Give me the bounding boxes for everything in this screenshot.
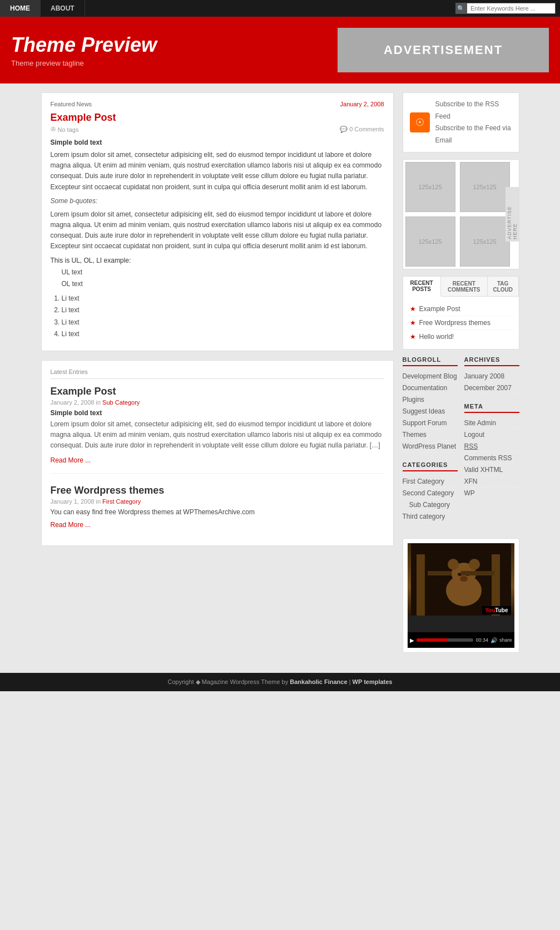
list-item: Li text xyxy=(62,304,384,317)
ad-box-1[interactable]: 125x125 xyxy=(405,162,455,212)
rss-email-link[interactable]: Subscribe to the Feed via Email xyxy=(435,124,511,144)
yt-progress-fill xyxy=(417,638,448,642)
latest-entries-label: Latest Entries xyxy=(51,368,384,379)
meta-link-7[interactable]: WP xyxy=(464,488,519,499)
yt-bear-image xyxy=(408,543,514,616)
comment-icon: 💬 xyxy=(340,126,348,132)
list-item: Li text xyxy=(62,328,384,341)
post-body-2: Lorem ipsum dolor sit amet, consectetur … xyxy=(51,209,384,252)
rss-feed-link[interactable]: Subscribe to the RSS Feed xyxy=(435,100,499,120)
sidebar-left-col: BLOGROLL Development Blog Documentation … xyxy=(403,356,458,532)
recent-post-item-1: ★ Example Post xyxy=(410,302,512,316)
site-footer: Copyright ◆ Magazine Wordpress Theme by … xyxy=(0,673,560,691)
svg-point-6 xyxy=(469,559,480,570)
yt-volume-icon[interactable]: 🔊 xyxy=(490,637,497,643)
search-input[interactable] xyxy=(467,3,556,14)
blogroll-link-7[interactable]: WordPress Planet xyxy=(403,441,458,452)
tab-recent-comments[interactable]: RECENT COMMENTS xyxy=(441,277,488,296)
svg-point-5 xyxy=(448,559,459,570)
search-box: 🔍 xyxy=(455,3,556,14)
footer-separator: | xyxy=(349,678,351,685)
entry-title-1: Example Post xyxy=(51,386,384,397)
nav-home[interactable]: HOME xyxy=(0,0,41,17)
tab-recent-posts[interactable]: RECENT POSTS xyxy=(403,277,441,297)
featured-label: Featured News xyxy=(51,101,92,107)
meta-link-2[interactable]: Logout xyxy=(464,429,519,441)
yt-controls: ▶ 00:34 🔊 share xyxy=(408,632,514,648)
rss-widget: ☉ Subscribe to the RSS Feed Subscribe to… xyxy=(403,92,519,152)
nav-about[interactable]: ABOUT xyxy=(41,0,85,17)
search-icon: 🔍 xyxy=(455,3,467,14)
site-tagline: Theme preview tagline xyxy=(11,59,157,67)
main-content: Featured News January 2, 2008 Example Po… xyxy=(41,92,394,653)
entry-bold-1: Simple bold text xyxy=(51,409,384,417)
footer-wp-link[interactable]: WP templates xyxy=(353,678,393,685)
post-ol-list: Li text Li text Li text Li text xyxy=(62,293,384,341)
read-more-1[interactable]: Read More ... xyxy=(51,456,91,464)
star-icon-2: ★ xyxy=(410,319,416,327)
entry-category-link-2[interactable]: First Category xyxy=(102,498,141,505)
yt-time: 00:34 xyxy=(475,637,488,643)
meta-link-1[interactable]: Site Admin xyxy=(464,417,519,429)
rss-icon: ☉ xyxy=(410,112,430,132)
category-link-4[interactable]: Third category xyxy=(403,511,458,523)
ad-box-2[interactable]: 125x125 xyxy=(460,162,510,212)
entry-category-link-1[interactable]: Sub Category xyxy=(102,399,140,406)
footer-brand-link[interactable]: Bankaholic Finance xyxy=(290,678,347,685)
recent-post-item-3: ★ Hello world! xyxy=(410,330,512,343)
blogroll-link-5[interactable]: Support Forum xyxy=(403,417,458,429)
post-blockquote-label: Some b-quotes: xyxy=(51,197,384,205)
tabs-content: ★ Example Post ★ Free Wordpress themes ★… xyxy=(403,297,519,349)
top-navigation: HOME ABOUT 🔍 xyxy=(0,0,560,17)
yt-logo-overlay: YouTube xyxy=(482,606,511,614)
blogroll-link-4[interactable]: Suggest Ideas xyxy=(403,406,458,417)
yt-play-button[interactable]: ▶ xyxy=(410,637,414,643)
category-link-2[interactable]: Second Category xyxy=(403,488,458,499)
site-title: Theme Preview xyxy=(11,33,157,57)
entry-body-2: You can easy find free Wordpress themes … xyxy=(51,508,384,516)
post-meta: ✇ No tags 💬 0 Comments xyxy=(51,126,384,133)
ad-boxes: 125x125 125x125 125x125 125x125 ADVERTIS… xyxy=(403,159,519,269)
featured-post-title[interactable]: Example Post xyxy=(51,112,384,124)
category-link-1[interactable]: First Category xyxy=(403,476,458,488)
recent-post-link-2[interactable]: Free Wordpress themes xyxy=(419,319,491,327)
sidebar-right-col: ARCHIVES January 2008 December 2007 META… xyxy=(464,356,519,532)
footer-diamond: ◆ xyxy=(196,678,200,685)
entry-title-2: Free Wordpress themes xyxy=(51,485,384,496)
yt-progress-bar[interactable] xyxy=(417,638,474,642)
blogroll-link-1[interactable]: Development Blog xyxy=(403,371,458,382)
svg-rect-1 xyxy=(417,554,425,616)
read-more-2[interactable]: Read More ... xyxy=(51,521,91,529)
site-branding: Theme Preview Theme preview tagline xyxy=(11,33,157,67)
archive-link-2[interactable]: December 2007 xyxy=(464,382,519,394)
main-wrapper: Featured News January 2, 2008 Example Po… xyxy=(41,83,519,662)
tabs-header: RECENT POSTS RECENT COMMENTS TAG CLOUD xyxy=(403,277,519,297)
post-body-1: Lorem ipsum dolor sit amet, consectetur … xyxy=(51,150,384,193)
yt-share-button[interactable]: share xyxy=(499,637,512,643)
blogroll-link-3[interactable]: Plugins xyxy=(403,394,458,406)
meta-link-4[interactable]: Comments RSS xyxy=(464,452,519,464)
recent-post-link-1[interactable]: Example Post xyxy=(419,305,460,313)
tab-tag-cloud[interactable]: TAG CLOUD xyxy=(488,277,519,296)
meta-link-5[interactable]: Valid XHTML xyxy=(464,464,519,476)
archives-title: ARCHIVES xyxy=(464,356,519,366)
archive-link-1[interactable]: January 2008 xyxy=(464,371,519,382)
site-header: Theme Preview Theme preview tagline ADVE… xyxy=(0,17,560,83)
blogroll-section: BLOGROLL Development Blog Documentation … xyxy=(403,356,458,452)
entry-meta-1: January 2, 2008 in Sub Category xyxy=(51,399,384,406)
meta-link-6[interactable]: XFN xyxy=(464,476,519,488)
list-item: Li text xyxy=(62,293,384,305)
blogroll-link-6[interactable]: Themes xyxy=(403,429,458,441)
meta-link-3[interactable]: RSS xyxy=(464,441,519,452)
youtube-widget: YouTube ▶ 00:34 🔊 share xyxy=(403,538,519,653)
post-list-label: This is UL, OL, LI example: xyxy=(51,257,384,264)
blogroll-link-2[interactable]: Documentation xyxy=(403,382,458,394)
svg-point-9 xyxy=(460,576,468,582)
ad-box-4[interactable]: 125x125 xyxy=(460,216,510,267)
ad-side-label: ADVERTISE HERE xyxy=(506,187,519,242)
latest-entries: Latest Entries Example Post January 2, 2… xyxy=(41,360,394,546)
recent-post-link-3[interactable]: Hello world! xyxy=(419,333,454,341)
category-link-3[interactable]: Sub Category xyxy=(403,499,458,511)
ad-box-3[interactable]: 125x125 xyxy=(405,216,455,267)
archives-section: ARCHIVES January 2008 December 2007 xyxy=(464,356,519,394)
